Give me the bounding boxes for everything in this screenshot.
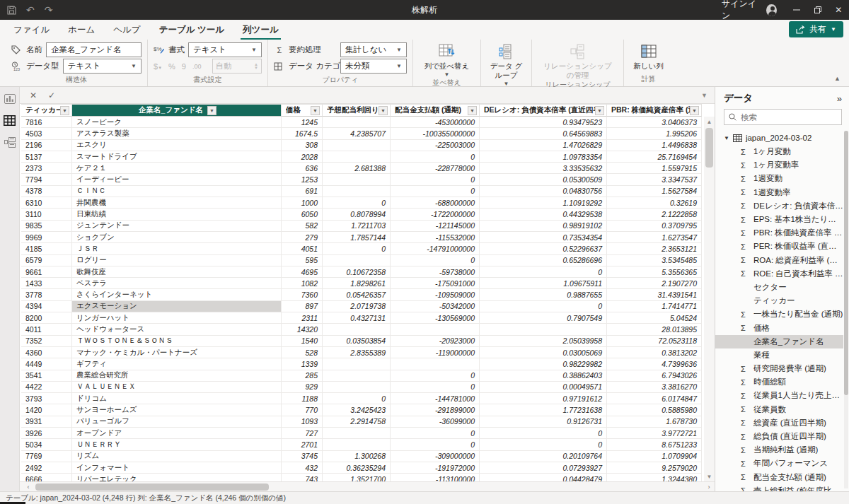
cell[interactable]: インフォマート <box>72 462 282 474</box>
cell[interactable]: 歌舞伎座 <box>72 266 282 278</box>
field-item[interactable]: Σ研究開発費率 (通期) <box>715 362 843 375</box>
cell[interactable]: 5137 <box>21 151 72 163</box>
collapse-pane-icon[interactable]: » <box>837 93 842 104</box>
cell[interactable]: 1674.5 <box>282 128 323 139</box>
cell[interactable]: 0.9126731 <box>480 416 607 428</box>
cell[interactable]: 2.2914758 <box>323 416 391 428</box>
cell[interactable]: 1420 <box>21 404 72 416</box>
cell[interactable]: 582 <box>282 221 323 232</box>
cell[interactable]: ドリコム <box>72 393 282 404</box>
data-type-dropdown[interactable]: テキスト▼ <box>63 59 142 74</box>
cell[interactable]: 6.0174847 <box>607 393 702 404</box>
cell[interactable]: 2311 <box>282 312 323 324</box>
cell[interactable]: 4360 <box>21 347 72 358</box>
cell[interactable]: 0.64569883 <box>480 128 607 139</box>
cell[interactable]: 6.7943026 <box>607 370 702 382</box>
cell[interactable] <box>323 324 391 335</box>
cell[interactable]: 1.3244380 <box>607 474 702 481</box>
cell[interactable]: 595 <box>282 255 323 266</box>
cell[interactable]: 2.681388 <box>323 163 391 174</box>
column-name-input[interactable] <box>46 42 142 57</box>
cell[interactable] <box>323 358 391 370</box>
cell[interactable]: 0.8078994 <box>323 209 391 220</box>
cell[interactable]: 0 <box>323 197 391 209</box>
cell[interactable]: 1.678730 <box>607 416 702 428</box>
cell[interactable]: 0.9887655 <box>480 289 607 300</box>
cell[interactable]: 7360 <box>282 289 323 300</box>
cell[interactable]: イーディーピー <box>72 174 282 185</box>
cell[interactable] <box>323 186 391 197</box>
field-item[interactable]: Σ1ヶ月変動率 <box>715 158 843 172</box>
field-item[interactable]: Σ1週変動率 <box>715 186 843 199</box>
cell[interactable]: スマートドライブ <box>72 151 282 163</box>
cell[interactable] <box>323 140 391 151</box>
cell[interactable]: 0 <box>480 439 607 450</box>
decimal-places-icon[interactable]: .00 <box>192 63 202 70</box>
column-header-3[interactable]: 予想配当利回り▼ <box>323 104 391 117</box>
cell[interactable]: 0 <box>391 382 480 393</box>
cell[interactable]: 3745 <box>282 451 323 462</box>
cell[interactable]: 0.44329538 <box>480 209 607 220</box>
cell[interactable]: -14791000000 <box>391 243 480 254</box>
cell[interactable]: 279 <box>282 232 323 243</box>
cell[interactable]: 0.00049571 <box>480 382 607 393</box>
field-item[interactable]: ΣDEレシオ: 負債資本倍率 (直近四半期) <box>715 199 843 213</box>
cell[interactable]: 1.7211703 <box>323 221 391 232</box>
cell[interactable]: 2.3653121 <box>607 243 702 254</box>
cell[interactable]: 0.32619 <box>607 197 702 209</box>
cell[interactable]: 6666 <box>21 474 72 481</box>
cell[interactable]: リズム <box>72 451 282 462</box>
cell[interactable]: エスクリ <box>72 140 282 151</box>
cell[interactable]: 2.0719738 <box>323 301 391 312</box>
cell[interactable]: 743 <box>282 474 323 481</box>
cell[interactable]: 3.0406373 <box>607 117 702 128</box>
cell[interactable] <box>391 358 480 370</box>
cell[interactable]: 7769 <box>21 451 72 462</box>
cell[interactable]: 2492 <box>21 462 72 474</box>
cell[interactable]: 0.5885980 <box>607 404 702 416</box>
minimize-button[interactable] <box>787 0 807 20</box>
cell[interactable]: 2701 <box>282 439 323 450</box>
cell[interactable]: 1.10919292 <box>480 197 607 209</box>
cell[interactable]: 1.4496838 <box>607 140 702 151</box>
cell[interactable]: 1.5627584 <box>607 186 702 197</box>
cell[interactable]: 7794 <box>21 174 72 185</box>
cell[interactable]: -36099000 <box>391 416 480 428</box>
cell[interactable]: 4503 <box>21 128 72 139</box>
cell[interactable]: 308 <box>282 140 323 151</box>
cell[interactable]: 7352 <box>21 336 72 347</box>
field-item[interactable]: Σ時価総額 <box>715 375 843 389</box>
cell[interactable]: スノーピーク <box>72 117 282 128</box>
field-item[interactable]: ΣROA: 総資産利益率 (直近12ヶ月) <box>715 254 843 267</box>
cell[interactable]: 0.07293927 <box>480 462 607 474</box>
cell[interactable]: 897 <box>282 301 323 312</box>
cell[interactable] <box>323 151 391 163</box>
ribbon-tab-0[interactable]: ファイル <box>4 20 59 40</box>
cell[interactable]: ＪＳＲ <box>72 243 282 254</box>
cell[interactable]: 1188 <box>282 393 323 404</box>
currency-icon[interactable]: $▼ <box>154 62 162 71</box>
cell[interactable]: 4051 <box>282 243 323 254</box>
column-header-4[interactable]: 配当金支払額 (通期)▼ <box>391 104 480 117</box>
cell[interactable]: 1.0709904 <box>607 451 702 462</box>
data-groups-button[interactable]: データ グループ ▼ <box>487 42 526 87</box>
cell[interactable]: 636 <box>282 163 323 174</box>
cell[interactable]: -291899000 <box>391 404 480 416</box>
cell[interactable]: 0.3813202 <box>607 347 702 358</box>
cell[interactable]: 528 <box>282 347 323 358</box>
cell[interactable]: 3.3816270 <box>607 382 702 393</box>
format-dropdown[interactable]: テキスト▼ <box>188 42 262 57</box>
column-header-2[interactable]: 価格▼ <box>282 104 323 117</box>
cancel-formula-icon[interactable]: ✕ <box>30 90 37 100</box>
cell[interactable]: 1.09783354 <box>480 151 607 163</box>
cell[interactable] <box>323 370 391 382</box>
cell[interactable]: 9835 <box>21 221 72 232</box>
cell[interactable]: 3926 <box>21 428 72 439</box>
cell[interactable]: -59738000 <box>391 266 480 278</box>
cell[interactable]: 1.47026829 <box>480 140 607 151</box>
cell[interactable] <box>323 428 391 439</box>
column-header-0[interactable]: ティッカー▼ <box>21 104 72 117</box>
field-item[interactable]: 業種 <box>715 348 843 362</box>
cell[interactable]: 0.03503854 <box>323 336 391 347</box>
cell[interactable]: 0 <box>391 174 480 185</box>
